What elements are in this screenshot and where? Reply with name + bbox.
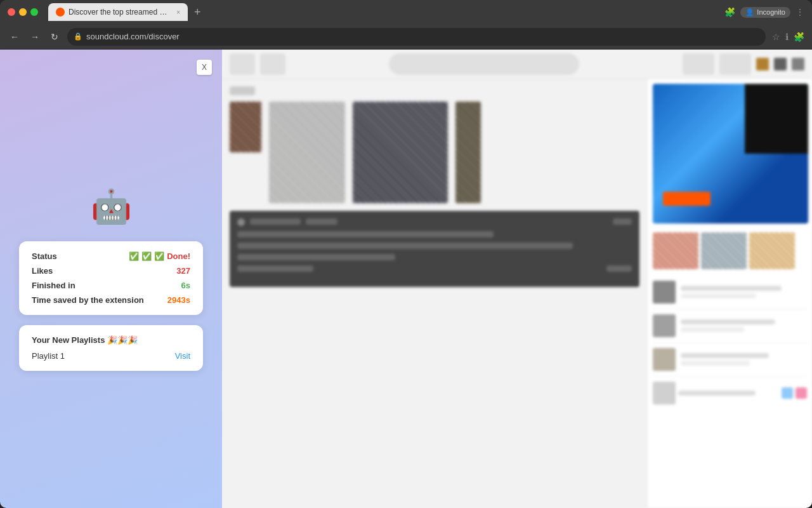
incognito-icon: 👤 bbox=[745, 8, 754, 17]
dark-section-header bbox=[237, 218, 632, 226]
sc-bottom-blue-btn[interactable] bbox=[782, 387, 793, 399]
soundcloud-nav bbox=[222, 50, 812, 79]
browser-window: Discover the top streamed mu... × + 🧩 👤 … bbox=[0, 0, 812, 508]
traffic-lights bbox=[8, 8, 38, 16]
list-thumb-3 bbox=[653, 348, 676, 371]
puzzle-icon[interactable]: 🧩 bbox=[794, 32, 804, 42]
list-subtitle-3 bbox=[681, 361, 750, 366]
dark-title-line bbox=[250, 218, 301, 225]
sc-bottom-thumb-1[interactable] bbox=[653, 382, 676, 404]
check-icon-3: ✅ bbox=[154, 251, 164, 261]
maximize-window-button[interactable] bbox=[30, 8, 38, 16]
incognito-label: Incognito bbox=[757, 8, 785, 16]
sc-search-bar[interactable] bbox=[389, 53, 579, 75]
playlists-header: Your New Playlists 🎉🎉🎉 bbox=[32, 335, 190, 345]
address-bar: ← → ↻ 🔒 soundcloud.com/discover ☆ ℹ 🧩 bbox=[0, 24, 812, 50]
content-area: X 🤖 Status ✅ ✅ ✅ Done! Likes 327 bbox=[0, 50, 812, 508]
extensions-icon[interactable]: 🧩 bbox=[724, 7, 735, 17]
forward-button[interactable]: → bbox=[28, 29, 42, 44]
tab-close-button[interactable]: × bbox=[176, 9, 180, 16]
tab-favicon bbox=[56, 8, 65, 17]
sc-body bbox=[222, 79, 812, 508]
sc-small-images-row bbox=[648, 229, 812, 273]
dark-line-3 bbox=[237, 254, 395, 260]
playlist-name: Playlist 1 bbox=[32, 351, 65, 361]
sc-small-img-2[interactable] bbox=[701, 232, 747, 269]
list-item-1[interactable] bbox=[653, 276, 807, 309]
browser-toolbar-icons: 🧩 👤 Incognito ⋮ bbox=[724, 7, 804, 18]
new-tab-button[interactable]: + bbox=[190, 6, 205, 19]
sc-nav-item-3[interactable] bbox=[683, 53, 714, 75]
sc-dark-section bbox=[230, 211, 639, 287]
dark-footer-line-2 bbox=[606, 265, 632, 272]
info-icon[interactable]: ℹ bbox=[785, 32, 789, 42]
sc-right-panel bbox=[647, 79, 812, 508]
dark-side-line bbox=[613, 218, 632, 225]
bookmark-icon[interactable]: ☆ bbox=[772, 32, 780, 42]
list-title-2 bbox=[681, 319, 775, 324]
done-badge: Done! bbox=[167, 251, 190, 261]
playlist-row: Playlist 1 Visit bbox=[32, 351, 190, 361]
playlist-visit-link[interactable]: Visit bbox=[175, 351, 190, 361]
panel-close-button[interactable]: X bbox=[197, 60, 212, 75]
sc-nav-item-2[interactable] bbox=[260, 53, 285, 75]
sc-small-img-1[interactable] bbox=[653, 232, 698, 269]
list-thumb-1 bbox=[653, 281, 676, 304]
sc-nav-item-4[interactable] bbox=[719, 53, 751, 75]
list-item-3[interactable] bbox=[653, 343, 807, 377]
sc-color-badge-3 bbox=[792, 58, 804, 70]
sc-list-items bbox=[648, 273, 812, 379]
dark-footer-line-1 bbox=[237, 265, 313, 272]
url-text: soundcloud.com/discover bbox=[86, 32, 180, 41]
browser-menu-icon[interactable]: ⋮ bbox=[796, 7, 804, 17]
active-tab[interactable]: Discover the top streamed mu... × bbox=[48, 3, 188, 21]
finished-value: 6s bbox=[181, 281, 190, 290]
stats-card: Status ✅ ✅ ✅ Done! Likes 327 Finished in… bbox=[19, 241, 203, 315]
back-button[interactable]: ← bbox=[8, 29, 22, 44]
sc-small-img-3[interactable] bbox=[749, 232, 795, 269]
sc-bottom-text-area bbox=[678, 382, 807, 404]
sc-featured-image[interactable] bbox=[653, 84, 808, 224]
soundcloud-blur-overlay bbox=[222, 50, 812, 508]
check-icon-1: ✅ bbox=[129, 251, 139, 261]
sc-bottom-pink-btn[interactable] bbox=[796, 387, 807, 399]
refresh-button[interactable]: ↻ bbox=[48, 29, 61, 44]
playlists-card: Your New Playlists 🎉🎉🎉 Playlist 1 Visit bbox=[19, 325, 203, 371]
robot-icon: 🤖 bbox=[91, 187, 132, 226]
time-saved-row: Time saved by the extension 2943s bbox=[32, 295, 190, 305]
track-card-3[interactable] bbox=[353, 102, 448, 203]
list-title-1 bbox=[681, 286, 782, 291]
tracks-grid bbox=[230, 102, 639, 203]
soundcloud-content bbox=[222, 50, 812, 508]
track-card-4[interactable] bbox=[455, 102, 481, 203]
list-thumb-2 bbox=[653, 314, 676, 337]
sc-featured-dark-block bbox=[745, 84, 808, 154]
status-label: Status bbox=[32, 251, 57, 261]
time-saved-value: 2943s bbox=[167, 295, 190, 305]
dark-title-line-2 bbox=[306, 218, 337, 225]
status-value: ✅ ✅ ✅ Done! bbox=[129, 251, 190, 261]
tab-bar: Discover the top streamed mu... × + bbox=[48, 3, 719, 21]
list-subtitle-2 bbox=[681, 327, 744, 332]
dark-dot bbox=[237, 218, 245, 226]
track-card-2[interactable] bbox=[269, 102, 345, 203]
sc-bottom-thumbs bbox=[648, 379, 812, 407]
finished-row: Finished in 6s bbox=[32, 281, 190, 290]
list-text-2 bbox=[681, 319, 807, 332]
list-title-3 bbox=[681, 353, 769, 358]
likes-value: 327 bbox=[176, 266, 190, 276]
sc-color-badge-2 bbox=[774, 58, 787, 70]
minimize-window-button[interactable] bbox=[19, 8, 27, 16]
sc-nav-item-1[interactable] bbox=[230, 53, 255, 75]
tab-title: Discover the top streamed mu... bbox=[69, 8, 170, 17]
finished-label: Finished in bbox=[32, 281, 75, 290]
dark-line-1 bbox=[237, 231, 494, 237]
likes-label: Likes bbox=[32, 266, 53, 276]
track-card-1[interactable] bbox=[230, 102, 261, 152]
lock-icon: 🔒 bbox=[74, 32, 82, 41]
list-subtitle-1 bbox=[681, 293, 756, 298]
list-item-2[interactable] bbox=[653, 309, 807, 343]
url-bar[interactable]: 🔒 soundcloud.com/discover bbox=[67, 28, 766, 46]
close-window-button[interactable] bbox=[8, 8, 15, 16]
likes-row: Likes 327 bbox=[32, 266, 190, 276]
